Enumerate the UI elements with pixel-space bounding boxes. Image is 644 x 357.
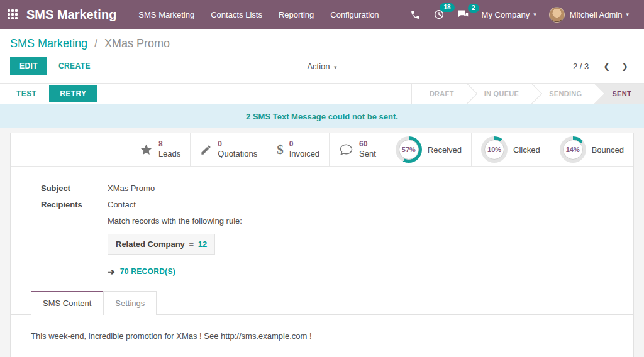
statusbar: TEST RETRY DRAFT IN QUEUE SENDING SENT bbox=[0, 83, 644, 104]
control-panel-buttons: EDIT CREATE Action ▾ 2 / 3 ❮ ❯ bbox=[0, 54, 644, 83]
records-count-row: ➔ 70 RECORD(S) bbox=[108, 266, 618, 277]
navbar-systray: 18 2 My Company ▾ Mitchell Admin ▾ bbox=[404, 7, 635, 23]
breadcrumb-separator: / bbox=[91, 37, 101, 50]
pager-counter: 2 / 3 bbox=[573, 62, 589, 71]
company-switcher[interactable]: My Company ▾ bbox=[475, 10, 543, 19]
stat-button-sent[interactable]: 60 Sent bbox=[329, 133, 386, 166]
user-menu[interactable]: Mitchell Admin ▾ bbox=[543, 7, 635, 23]
stat-button-row: 8 Leads 0 Quotations $ 0 Invoiced bbox=[11, 133, 633, 167]
clicked-donut-chart: 10% bbox=[481, 136, 508, 163]
stat-label: Received bbox=[428, 145, 462, 155]
menu-configuration[interactable]: Configuration bbox=[322, 0, 387, 29]
records-count-link[interactable]: 70 RECORD(S) bbox=[120, 267, 175, 276]
tab-sms-content[interactable]: SMS Content bbox=[31, 291, 103, 315]
received-donut-chart: 57% bbox=[396, 136, 422, 163]
stat-button-bounced[interactable]: 14% Bounced bbox=[550, 133, 633, 166]
tab-settings[interactable]: Settings bbox=[103, 291, 157, 315]
top-navbar: SMS Marketing SMS Marketing Contacts Lis… bbox=[0, 0, 644, 29]
dollar-icon: $ bbox=[277, 142, 284, 158]
filter-operator: = bbox=[187, 239, 196, 249]
chat-bubble-icon bbox=[339, 143, 353, 156]
menu-contacts-lists[interactable]: Contacts Lists bbox=[203, 0, 270, 29]
stat-value: 0 bbox=[218, 140, 257, 150]
stat-label: Leads bbox=[158, 149, 180, 160]
stat-value: 60 bbox=[359, 140, 376, 150]
domain-filter-chip[interactable]: Related Company = 12 bbox=[108, 234, 215, 255]
company-name: My Company bbox=[482, 10, 530, 19]
app-brand-title: SMS Marketing bbox=[26, 8, 116, 22]
chevron-down-icon: ▾ bbox=[533, 11, 536, 18]
pager-previous-button[interactable]: ❮ bbox=[597, 60, 616, 72]
user-name: Mitchell Admin bbox=[570, 10, 623, 19]
stat-button-leads[interactable]: 8 Leads bbox=[130, 133, 190, 166]
form-sheet: 8 Leads 0 Quotations $ 0 Invoiced bbox=[10, 133, 634, 357]
pager-next-button[interactable]: ❯ bbox=[616, 60, 634, 72]
arrow-right-icon: ➔ bbox=[108, 266, 115, 277]
action-dropdown[interactable]: Action ▾ bbox=[307, 62, 336, 71]
recipients-field-value[interactable]: Contact bbox=[108, 200, 136, 209]
stat-label: Clicked bbox=[513, 145, 540, 155]
notebook-tabs: SMS Content Settings bbox=[11, 291, 633, 315]
stat-button-received[interactable]: 57% Received bbox=[386, 133, 471, 166]
chevron-down-icon: ▾ bbox=[333, 64, 337, 70]
alert-text[interactable]: 2 SMS Text Message could not be sent. bbox=[246, 112, 398, 121]
bounced-donut-chart: 14% bbox=[560, 136, 586, 163]
activities-clock-icon[interactable]: 18 bbox=[427, 9, 451, 20]
phone-icon[interactable] bbox=[404, 9, 427, 20]
messages-count-badge: 2 bbox=[468, 4, 479, 13]
stat-button-invoiced[interactable]: $ 0 Invoiced bbox=[267, 133, 329, 166]
sms-body-text[interactable]: This week-end, incredible promotion for … bbox=[31, 331, 312, 341]
stat-label: Bounced bbox=[592, 145, 624, 155]
stat-label: Quotations bbox=[218, 149, 257, 160]
stat-value: 0 bbox=[289, 140, 319, 150]
donut-percent: 14% bbox=[560, 136, 586, 163]
breadcrumb: SMS Marketing / XMas Promo bbox=[0, 29, 644, 54]
stat-button-clicked[interactable]: 10% Clicked bbox=[471, 133, 550, 166]
filter-field-name: Related Company bbox=[116, 239, 185, 249]
subject-field-label: Subject bbox=[41, 184, 108, 193]
edit-button[interactable]: EDIT bbox=[10, 57, 47, 75]
create-button[interactable]: CREATE bbox=[58, 62, 91, 70]
status-step-draft[interactable]: DRAFT bbox=[412, 84, 467, 104]
domain-rule-text: Match records with the following rule: bbox=[108, 216, 618, 226]
pencil-icon bbox=[200, 144, 212, 156]
alert-banner: 2 SMS Text Message could not be sent. bbox=[0, 104, 644, 128]
menu-sms-marketing[interactable]: SMS Marketing bbox=[130, 0, 203, 29]
stat-button-quotations[interactable]: 0 Quotations bbox=[190, 133, 267, 166]
chevron-down-icon: ▾ bbox=[626, 11, 629, 18]
star-icon bbox=[140, 143, 153, 157]
breadcrumb-parent-link[interactable]: SMS Marketing bbox=[10, 37, 87, 50]
stat-label: Sent bbox=[359, 149, 376, 160]
apps-grid-icon[interactable] bbox=[8, 9, 18, 19]
test-button[interactable]: TEST bbox=[8, 84, 45, 104]
control-panel: SMS Marketing / XMas Promo EDIT CREATE A… bbox=[0, 29, 644, 83]
menu-reporting[interactable]: Reporting bbox=[270, 0, 322, 29]
subject-field-value[interactable]: XMas Promo bbox=[108, 184, 155, 193]
recipients-field-label: Recipients bbox=[41, 200, 108, 209]
retry-button[interactable]: RETRY bbox=[49, 85, 97, 102]
breadcrumb-current: XMas Promo bbox=[104, 37, 170, 50]
status-steps: DRAFT IN QUEUE SENDING SENT bbox=[411, 84, 644, 104]
messages-icon[interactable]: 2 bbox=[451, 9, 475, 20]
form-fields: Subject XMas Promo Recipients Contact Ma… bbox=[11, 167, 633, 277]
stat-label: Invoiced bbox=[289, 149, 319, 160]
donut-percent: 57% bbox=[396, 136, 422, 163]
stat-value: 8 bbox=[158, 140, 180, 150]
main-menu: SMS Marketing Contacts Lists Reporting C… bbox=[130, 0, 387, 29]
donut-percent: 10% bbox=[481, 136, 508, 163]
sms-content-panel: This week-end, incredible promotion for … bbox=[11, 315, 633, 357]
user-avatar bbox=[549, 7, 565, 23]
filter-value: 12 bbox=[198, 239, 207, 249]
